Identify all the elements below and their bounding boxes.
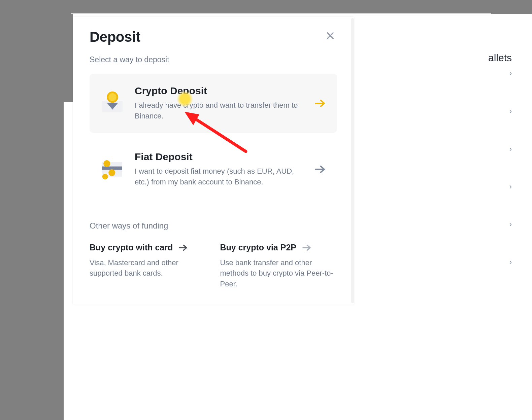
svg-point-5: [108, 93, 117, 101]
option-fiat-deposit[interactable]: Fiat Deposit I want to deposit fiat mone…: [90, 140, 337, 199]
arrow-right-icon: [313, 97, 328, 109]
scrollbar[interactable]: [351, 18, 354, 303]
close-icon: [326, 31, 335, 40]
arrow-right-icon: [313, 163, 328, 175]
crypto-deposit-icon: [96, 88, 129, 118]
chevron-right-icon: ›: [509, 145, 512, 153]
arrow-right-icon: [302, 243, 312, 253]
other-buy-card[interactable]: Buy crypto with card Visa, Mastercard an…: [90, 243, 207, 290]
chevron-right-icon: ›: [509, 220, 512, 229]
background-content: allets › › › › › ›: [357, 20, 532, 420]
chevron-right-icon: ›: [509, 107, 512, 116]
modal-subtitle: Select a way to deposit: [90, 55, 337, 64]
other-desc: Visa, Mastercard and other supported ban…: [90, 257, 207, 279]
overlay-backdrop: [0, 102, 64, 420]
other-buy-p2p[interactable]: Buy crypto via P2P Use bank transfer and…: [220, 243, 337, 290]
fiat-deposit-icon: [96, 154, 129, 184]
option-title: Crypto Deposit: [135, 85, 306, 97]
overlay-backdrop: [71, 13, 491, 14]
chevron-right-icon: ›: [509, 182, 512, 191]
wallets-label: allets: [488, 52, 512, 64]
option-desc: I want to deposit fiat money (such as EU…: [135, 166, 306, 187]
svg-point-11: [102, 174, 108, 179]
option-desc: I already have crypto and want to transf…: [135, 100, 306, 121]
other-title: Buy crypto with card: [90, 243, 173, 252]
modal-title: Deposit: [90, 29, 140, 45]
close-button[interactable]: [324, 29, 337, 42]
svg-point-10: [108, 169, 115, 176]
option-title: Fiat Deposit: [135, 151, 306, 163]
deposit-modal: Deposit Select a way to deposit Crypto D…: [73, 17, 354, 305]
other-desc: Use bank transfer and other methods to b…: [220, 257, 337, 290]
other-title: Buy crypto via P2P: [220, 243, 296, 252]
chevron-right-icon: ›: [509, 69, 512, 78]
svg-point-9: [103, 160, 110, 167]
arrow-right-icon: [178, 243, 188, 253]
chevron-right-icon: ›: [509, 258, 512, 267]
option-crypto-deposit[interactable]: Crypto Deposit I already have crypto and…: [90, 74, 337, 133]
overlay-backdrop: [0, 14, 73, 102]
overlay-backdrop: [0, 0, 532, 14]
other-heading: Other ways of funding: [90, 221, 337, 231]
